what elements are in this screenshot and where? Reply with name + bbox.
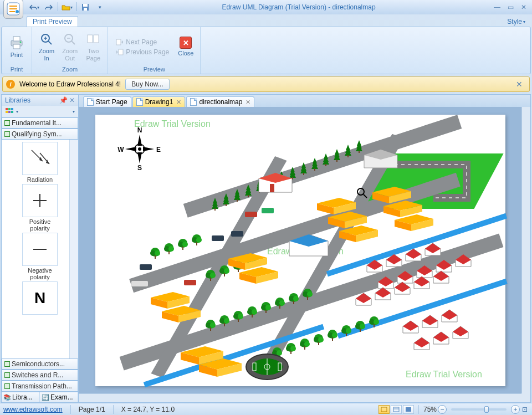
pin-icon[interactable]: 📌 bbox=[59, 96, 68, 104]
title-bar: ▾ ▾ ▾ Edraw UML Diagram (Trial Version) … bbox=[0, 0, 532, 14]
status-page: Page 1/1 bbox=[79, 406, 105, 413]
view-mode-full[interactable] bbox=[403, 405, 414, 414]
zoom-out-round-button[interactable]: − bbox=[438, 405, 447, 414]
quick-access-toolbar: ▾ ▾ ▾ bbox=[29, 2, 105, 12]
page-canvas[interactable]: Edraw Trial Version Edraw Trial Version … bbox=[95, 115, 505, 386]
svg-rect-4 bbox=[84, 8, 87, 11]
svg-rect-23 bbox=[6, 111, 8, 113]
svg-text:S: S bbox=[137, 164, 142, 171]
doc-tab-start-page[interactable]: Start Page bbox=[83, 96, 131, 107]
next-page-button[interactable]: Next Page bbox=[114, 38, 171, 47]
svg-rect-17 bbox=[94, 35, 99, 43]
ribbon-group-zoom-label: Zoom bbox=[35, 65, 104, 73]
zoom-out-button[interactable]: Zoom Out bbox=[59, 31, 81, 62]
lib-tab-switches[interactable]: Switches and R... bbox=[2, 370, 78, 381]
welcome-text: Welcome to Edraw Professional 4! bbox=[19, 80, 121, 88]
lib-tab-transmission[interactable]: Transmission Path... bbox=[2, 381, 78, 392]
open-button[interactable]: ▾ bbox=[62, 2, 73, 12]
tab-close-icon[interactable]: ✕ bbox=[245, 99, 250, 106]
previous-page-button[interactable]: Previous Page bbox=[114, 48, 171, 57]
zoom-percent: 75% bbox=[423, 406, 437, 413]
doc-tab-directionalmap[interactable]: directionalmap✕ bbox=[186, 96, 254, 107]
svg-rect-6 bbox=[13, 37, 20, 41]
bottom-tab-examples[interactable]: 🔄Exam... bbox=[40, 392, 78, 402]
svg-rect-42 bbox=[270, 184, 274, 192]
svg-point-49 bbox=[357, 188, 364, 195]
lib-tab-semiconductors[interactable]: Semiconductors... bbox=[2, 358, 78, 370]
window-title: Edraw UML Diagram (Trial Version) - dire… bbox=[105, 3, 492, 11]
vertical-scrollbar[interactable] bbox=[521, 107, 530, 393]
svg-line-10 bbox=[48, 41, 52, 44]
watermark: Edraw Trial Version bbox=[406, 370, 482, 380]
close-preview-button[interactable]: ✕ Close bbox=[175, 35, 197, 58]
magnifier-cursor-icon bbox=[356, 187, 368, 199]
welcome-close-button[interactable]: ✕ bbox=[513, 79, 526, 90]
svg-rect-19 bbox=[119, 49, 123, 55]
palette-icon[interactable] bbox=[5, 107, 14, 115]
status-url-link[interactable]: www.edrawsoft.com bbox=[3, 406, 63, 413]
zoom-slider-thumb[interactable] bbox=[484, 406, 489, 413]
two-page-button[interactable]: Two Page bbox=[82, 31, 104, 62]
svg-rect-22 bbox=[11, 108, 13, 110]
zoom-out-icon bbox=[63, 32, 77, 47]
app-logo[interactable] bbox=[3, 0, 23, 19]
bottom-tab-libraries[interactable]: 📚Libra... bbox=[2, 392, 40, 402]
zoom-slider[interactable] bbox=[451, 408, 507, 411]
map-gas-station bbox=[256, 167, 295, 195]
view-mode-normal[interactable] bbox=[378, 405, 390, 414]
zoom-in-button[interactable]: Zoom In bbox=[35, 31, 58, 62]
map-car bbox=[231, 231, 243, 237]
libraries-header: Libraries 📌✕ bbox=[2, 95, 78, 106]
svg-rect-51 bbox=[381, 407, 387, 412]
svg-line-50 bbox=[364, 194, 367, 198]
libraries-scrollbar[interactable] bbox=[69, 140, 78, 358]
map-building bbox=[361, 147, 400, 170]
printer-icon bbox=[8, 35, 25, 50]
viewport[interactable]: Edraw Trial Version Edraw Trial Version … bbox=[79, 107, 530, 402]
shape-neutral[interactable]: N bbox=[9, 281, 70, 315]
redo-button[interactable] bbox=[43, 2, 54, 12]
svg-point-1 bbox=[16, 10, 19, 13]
shape-positive-polarity[interactable]: Positive polarity bbox=[9, 184, 70, 232]
doc-tab-drawing1[interactable]: Drawing1✕ bbox=[132, 96, 186, 107]
save-button[interactable] bbox=[80, 2, 91, 12]
canvas-area: Start Page Drawing1✕ directionalmap✕ Edr… bbox=[79, 94, 531, 403]
shape-negative-polarity[interactable]: Negative polarity bbox=[9, 233, 70, 280]
map-car bbox=[140, 264, 152, 270]
close-window-button[interactable]: ✕ bbox=[519, 3, 529, 12]
lib-menu-button[interactable]: ▾ bbox=[73, 109, 75, 114]
document-icon bbox=[136, 98, 143, 106]
compass-icon: N S E W bbox=[117, 127, 162, 171]
view-mode-page[interactable] bbox=[391, 405, 402, 414]
undo-button[interactable]: ▾ bbox=[29, 2, 40, 12]
ribbon-group-print-label: Print bbox=[5, 65, 28, 73]
maximize-button[interactable]: ▭ bbox=[505, 3, 515, 12]
horizontal-scrollbar[interactable] bbox=[79, 393, 521, 402]
svg-rect-20 bbox=[6, 108, 8, 110]
svg-rect-21 bbox=[8, 108, 11, 110]
two-page-icon bbox=[86, 32, 100, 47]
panel-close-icon[interactable]: ✕ bbox=[69, 96, 75, 104]
svg-rect-24 bbox=[8, 111, 11, 113]
ribbon-tab-row: Print Preview Style▾ bbox=[0, 14, 532, 27]
shape-list: Radiation Positive polarity Negative pol… bbox=[2, 140, 78, 358]
qat-customize-button[interactable]: ▾ bbox=[94, 2, 105, 12]
minimize-button[interactable]: — bbox=[492, 3, 502, 12]
map-truck bbox=[131, 281, 148, 286]
lib-tab-qualifying[interactable]: Qualifying Sym... bbox=[2, 129, 78, 140]
libraries-panel: Libraries 📌✕ ▾ ▾ Fundamental It... Quali… bbox=[1, 94, 79, 403]
tab-close-icon[interactable]: ✕ bbox=[176, 99, 181, 106]
zoom-fit-button[interactable]: ⊡ bbox=[521, 406, 529, 413]
zoom-in-round-button[interactable]: + bbox=[511, 405, 520, 414]
map-warehouse bbox=[287, 231, 331, 259]
shape-radiation[interactable]: Radiation bbox=[9, 142, 70, 183]
buy-now-button[interactable]: Buy Now... bbox=[125, 79, 169, 90]
next-page-icon bbox=[116, 39, 124, 45]
print-button[interactable]: Print bbox=[5, 34, 28, 59]
map-car bbox=[212, 235, 224, 241]
lib-tab-fundamental[interactable]: Fundamental It... bbox=[2, 117, 78, 129]
svg-line-14 bbox=[71, 41, 75, 44]
style-menu[interactable]: Style▾ bbox=[505, 17, 528, 27]
svg-rect-25 bbox=[11, 111, 13, 113]
tab-print-preview[interactable]: Print Preview bbox=[27, 16, 78, 27]
